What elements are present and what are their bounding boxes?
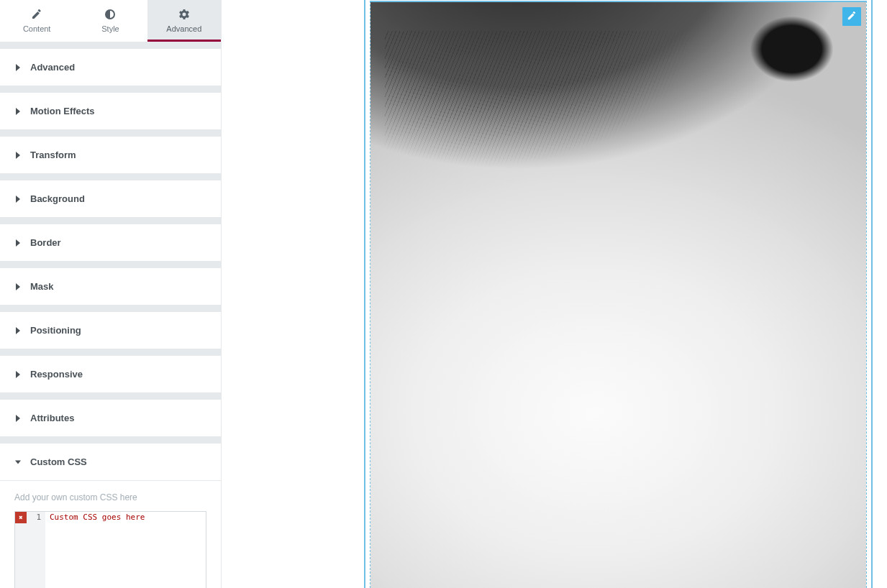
panel-tabs: Content Style Advanced xyxy=(0,0,221,42)
pencil-icon xyxy=(847,11,857,23)
gear-icon xyxy=(178,9,190,22)
custom-css-body: Add your own custom CSS here ✖ 1 Custom … xyxy=(0,480,221,588)
tab-content[interactable]: Content xyxy=(0,0,73,42)
section-label: Custom CSS xyxy=(30,456,87,467)
section-label: Transform xyxy=(30,150,76,160)
code-line-1[interactable]: Custom CSS goes here xyxy=(45,512,206,523)
preview-canvas[interactable] xyxy=(222,0,887,588)
section-attributes[interactable]: Attributes xyxy=(0,400,221,436)
caret-right-icon xyxy=(14,415,22,422)
caret-right-icon xyxy=(14,152,22,159)
widget-outline[interactable] xyxy=(370,1,867,588)
section-border[interactable]: Border xyxy=(0,224,221,261)
error-icon: ✖ xyxy=(15,512,27,523)
editor-sidebar: Content Style Advanced Advanced xyxy=(0,0,222,588)
custom-css-textarea[interactable] xyxy=(45,523,206,588)
tab-label: Content xyxy=(23,24,51,33)
contrast-icon xyxy=(104,9,116,22)
caret-right-icon xyxy=(14,196,22,203)
image-widget[interactable] xyxy=(370,2,866,588)
caret-right-icon xyxy=(14,239,22,247)
section-responsive[interactable]: Responsive xyxy=(0,356,221,392)
section-label: Background xyxy=(30,193,85,204)
section-label: Advanced xyxy=(30,62,75,73)
line-number: 1 xyxy=(27,512,45,523)
edit-widget-button[interactable] xyxy=(842,7,861,26)
section-label: Motion Effects xyxy=(30,106,95,116)
section-motion-effects[interactable]: Motion Effects xyxy=(0,93,221,129)
section-background[interactable]: Background xyxy=(0,180,221,217)
custom-css-help: Add your own custom CSS here xyxy=(14,481,206,511)
section-transform[interactable]: Transform xyxy=(0,137,221,173)
section-label: Responsive xyxy=(30,369,83,380)
custom-css-editor[interactable]: ✖ 1 Custom CSS goes here xyxy=(14,511,206,588)
caret-right-icon xyxy=(14,283,22,290)
caret-down-icon xyxy=(14,459,22,466)
section-positioning[interactable]: Positioning xyxy=(0,312,221,349)
tab-advanced[interactable]: Advanced xyxy=(147,0,221,42)
pencil-icon xyxy=(31,9,42,22)
tab-label: Style xyxy=(101,24,119,33)
section-label: Border xyxy=(30,237,61,248)
caret-right-icon xyxy=(14,64,22,71)
section-custom-css[interactable]: Custom CSS xyxy=(0,444,221,480)
section-mask[interactable]: Mask xyxy=(0,268,221,305)
caret-right-icon xyxy=(14,371,22,378)
tab-style[interactable]: Style xyxy=(73,0,147,42)
tab-label: Advanced xyxy=(166,24,201,33)
caret-right-icon xyxy=(14,327,22,334)
section-label: Mask xyxy=(30,281,54,292)
section-label: Attributes xyxy=(30,413,74,423)
accordion-scroll[interactable]: Advanced Motion Effects Transform Backgr… xyxy=(0,42,221,588)
caret-right-icon xyxy=(14,108,22,115)
section-advanced[interactable]: Advanced xyxy=(0,49,221,86)
gutter xyxy=(15,523,45,588)
section-label: Positioning xyxy=(30,325,81,336)
column-outline[interactable] xyxy=(364,0,873,588)
